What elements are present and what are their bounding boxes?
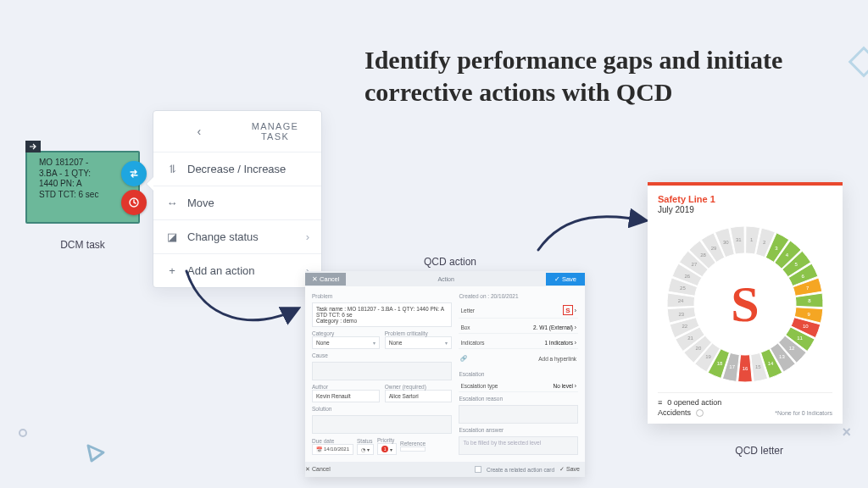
letter-center: S	[731, 275, 759, 334]
donut-day-label: 10	[803, 324, 809, 329]
solution-field[interactable]	[312, 415, 452, 434]
qcd-action-dialog: ✕ Cancel Action ✓ Save Problem Task name…	[305, 271, 585, 477]
donut-day-label: 20	[696, 346, 702, 351]
status-field[interactable]: ◔▾	[357, 444, 374, 455]
letter-subtitle: July 2019	[658, 205, 832, 214]
created-label: Created on : 20/10/2021	[459, 293, 578, 299]
calendar-icon: 📅	[316, 446, 322, 452]
cause-label: Cause	[312, 352, 452, 358]
back-icon[interactable]: ‹	[165, 125, 234, 138]
kv-box[interactable]: Box2. W1 (External) ›	[459, 322, 578, 334]
card-handle-icon[interactable]	[25, 141, 41, 152]
donut-day-label: 14	[768, 361, 774, 366]
donut-day-label: 11	[797, 336, 803, 341]
donut-day-label: 28	[700, 252, 706, 258]
dialog-title: Action	[346, 276, 545, 282]
donut-day-label: 31	[736, 237, 742, 242]
letter-badge: S	[563, 305, 573, 315]
cause-field[interactable]	[312, 362, 452, 380]
link-icon: 🔗	[460, 355, 467, 362]
donut-day-label: 24	[678, 298, 684, 303]
escalation-reason-field[interactable]	[459, 405, 578, 424]
swap-icon[interactable]	[121, 161, 147, 186]
cancel-button[interactable]: ✕ Cancel	[305, 273, 346, 286]
clock-icon[interactable]	[121, 190, 147, 215]
related-checkbox[interactable]	[475, 466, 481, 473]
author-field[interactable]: Kevin Renault	[312, 390, 380, 402]
priority-dot: 1	[381, 446, 388, 452]
chevron-right-icon: ›	[306, 230, 309, 243]
reference-label: Reference	[400, 441, 426, 446]
related-label: Create a related action card	[487, 467, 554, 473]
menu-item-label: Move	[187, 197, 214, 209]
donut-day-label: 25	[680, 286, 686, 291]
due-date-field[interactable]: 📅14/10/2021	[312, 444, 353, 455]
donut-day-label: 17	[729, 364, 735, 369]
kv-indicators[interactable]: Indicators1 Indicators ›	[459, 337, 578, 349]
kv-letter[interactable]: LetterS ›	[459, 302, 578, 319]
donut-day-label: 27	[692, 262, 698, 267]
category-select[interactable]: None	[312, 336, 380, 349]
add-hyperlink[interactable]: 🔗 Add a hyperlink	[459, 352, 578, 364]
qcd-letter-caption: QCD letter	[735, 445, 783, 457]
priority-label: Priority	[377, 437, 397, 443]
criticity-label: Problem criticality	[385, 330, 453, 336]
decorative-circle	[19, 429, 27, 437]
opened-action-count: 0 opened action	[667, 398, 721, 407]
escalation-answer-field[interactable]: To be filled by the selected level	[459, 436, 578, 455]
decorative-diamond	[849, 47, 868, 78]
donut-day-label: 16	[743, 366, 748, 371]
solution-label: Solution	[312, 406, 452, 412]
decorative-x: ×	[842, 424, 851, 441]
donut-day-label: 26	[684, 274, 690, 279]
save-button[interactable]: ✓ Save	[546, 273, 585, 286]
escalation-reason-label: Escalation reason	[459, 396, 578, 402]
accidents-note: *None for 0 Indicators	[775, 410, 832, 416]
problem-field[interactable]: Task name : MO 181207 - 3.BA - 1 QTY: 14…	[312, 302, 452, 327]
donut-day-label: 23	[679, 312, 685, 317]
dcm-task-card[interactable]: MO 181207 - 3.BA - 1 QTY: 1440 PN: A STD…	[25, 151, 140, 224]
escalation-label: Escalation	[459, 371, 578, 377]
donut-day-label: 12	[789, 346, 795, 351]
flow-arrow-1	[178, 263, 305, 339]
menu-item-label: Decrease / Increase	[187, 163, 286, 175]
status-label: Status	[357, 438, 374, 444]
manage-task-menu: ‹ MANAGE TASK ⥮ Decrease / Increase ↔ Mo…	[153, 110, 322, 288]
decorative-triangle	[85, 442, 107, 464]
letter-title: Safety Line 1	[658, 194, 832, 204]
hamburger-icon[interactable]: ≡	[658, 398, 662, 407]
resize-icon: ⥮	[165, 163, 179, 175]
priority-field[interactable]: 1▾	[377, 443, 397, 455]
flow-arrow-2	[534, 208, 653, 258]
save-button-bottom[interactable]: ✓ Save	[559, 466, 580, 473]
donut-day-label: 19	[705, 354, 711, 359]
accidents-ring-icon	[696, 409, 704, 417]
menu-item-decrease-increase[interactable]: ⥮ Decrease / Increase	[153, 152, 321, 186]
escalation-answer-label: Escalation answer	[459, 427, 578, 433]
donut-day-label: 21	[687, 336, 693, 341]
svg-marker-0	[88, 446, 103, 461]
menu-item-label: Change status	[187, 230, 259, 243]
escalation-type[interactable]: Escalation typeNo level ›	[459, 380, 578, 392]
category-label: Category	[312, 330, 380, 336]
cancel-button-bottom[interactable]: ✕ Cancel	[305, 466, 331, 473]
page-headline: Identify performance gaps and initiate c…	[364, 44, 805, 108]
menu-caret	[147, 177, 153, 191]
owner-field[interactable]: Alice Sartori	[385, 390, 453, 402]
author-label: Author	[312, 384, 380, 390]
qcd-action-caption: QCD action	[424, 256, 476, 268]
menu-item-move[interactable]: ↔ Move	[153, 186, 321, 220]
status-icon: ◪	[165, 230, 179, 243]
accidents-label: Accidents	[658, 408, 691, 417]
menu-title: MANAGE TASK	[241, 121, 309, 141]
qcd-letter-card: Safety Line 1 July 2019 1234567891011121…	[648, 182, 843, 424]
menu-item-change-status[interactable]: ◪ Change status ›	[153, 220, 321, 254]
dcm-task-text: MO 181207 - 3.BA - 1 QTY: 1440 PN: A STD…	[39, 158, 133, 200]
owner-label: Owner (required)	[385, 384, 453, 390]
reference-field[interactable]	[400, 446, 426, 452]
dcm-caption: DCM task	[25, 239, 140, 251]
donut-day-label: 29	[711, 246, 717, 251]
criticity-select[interactable]: None	[385, 336, 453, 349]
donut-day-label: 15	[755, 364, 761, 369]
problem-label: Problem	[312, 293, 452, 299]
